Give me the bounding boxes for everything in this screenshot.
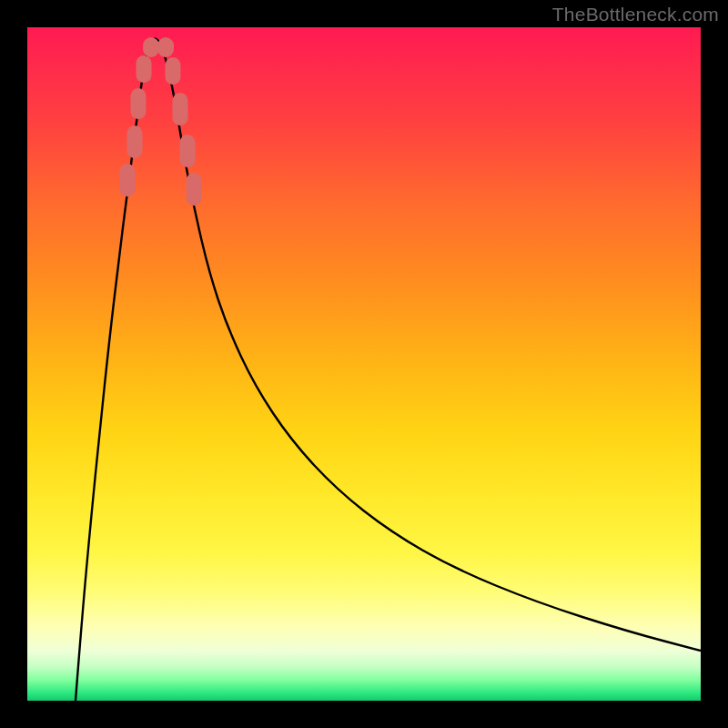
watermark-text: TheBottleneck.com [552, 4, 719, 25]
data-marker [136, 56, 152, 83]
data-marker [157, 37, 174, 57]
chart-svg [27, 27, 701, 701]
data-marker [166, 57, 181, 85]
data-marker [173, 93, 188, 126]
marker-layer [120, 37, 202, 206]
chart-frame: TheBottleneck.com [0, 0, 728, 728]
data-marker [131, 88, 147, 119]
curve-layer [76, 39, 701, 702]
data-marker [127, 126, 143, 158]
data-marker [187, 173, 202, 206]
data-marker [120, 164, 136, 197]
data-marker [143, 37, 159, 57]
plot-area [27, 27, 701, 701]
bottleneck-curve [76, 39, 701, 702]
data-marker [180, 135, 196, 167]
